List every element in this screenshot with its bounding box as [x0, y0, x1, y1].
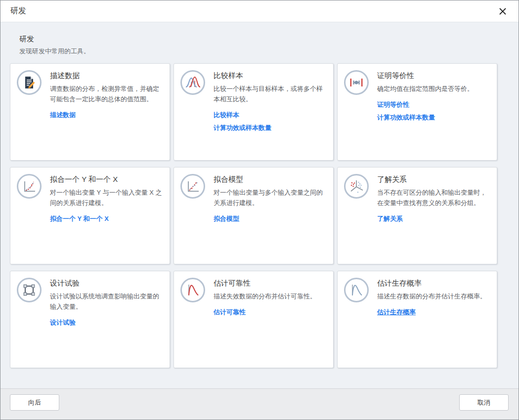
link-describe-data[interactable]: 描述数据 [50, 111, 76, 119]
card-description: 设计试验以系统地调查影响输出变量的输入变量。 [50, 291, 163, 312]
dialog-title: 研发 [10, 6, 26, 16]
assistant-dialog: 研发 研发 发现研发中常用的工具。 描述数据 [0, 0, 519, 420]
card-prove-equivalence: 证明等价性 确定均值在指定范围内是否等价。 证明等价性 计算功效或样本数量 [337, 63, 497, 161]
card-estimate-reliability: 估计可靠性 描述失效数据的分布并估计可靠性。 估计可靠性 [173, 271, 334, 368]
card-title: 比较样本 [214, 71, 326, 81]
card-description: 对一个输出变量与多个输入变量之间的关系进行建模。 [214, 187, 326, 208]
equivalence-interval-icon [344, 70, 369, 95]
card-title: 了解关系 [377, 174, 490, 184]
card-title: 拟合模型 [214, 174, 326, 184]
link-power-sample-size[interactable]: 计算功效或样本数量 [377, 114, 435, 122]
card-title: 设计试验 [50, 278, 163, 288]
overlapping-distributions-icon [180, 70, 205, 95]
link-fit-model[interactable]: 拟合模型 [214, 215, 239, 223]
tool-card-grid: 描述数据 调查数据的分布，检测异常值，并确定可能包含一定比率的总体的值范围。 描… [10, 63, 497, 368]
card-fit-y-x: 拟合一个 Y 和一个 X 对一个输出变量 Y 与一个输入变量 X 之间的关系进行… [10, 167, 170, 264]
card-design-experiment: 设计试验 设计试验以系统地调查影响输出变量的输入变量。 设计试验 [10, 271, 170, 368]
card-compare-samples: 比较样本 比较一个样本与目标样本，或将多个样本相互比较。 比较样本 计算功效或样… [173, 63, 334, 161]
3d-scatter-icon [344, 174, 369, 199]
card-description: 对一个输出变量 Y 与一个输入变量 X 之间的关系进行建模。 [50, 187, 163, 208]
close-icon[interactable] [496, 4, 510, 18]
card-title: 估计可靠性 [214, 278, 326, 288]
fitted-curve-scatter-icon [17, 174, 42, 199]
card-describe-data: 描述数据 调查数据的分布，检测异常值，并确定可能包含一定比率的总体的值范围。 描… [10, 63, 170, 161]
reliability-distribution-icon [180, 278, 205, 302]
link-power-sample-size[interactable]: 计算功效或样本数量 [214, 124, 271, 132]
fitted-line-scatter-icon [180, 174, 205, 199]
card-description: 描述生存数据的分布并估计生存概率。 [377, 291, 490, 301]
card-understand-relationships: 了解关系 当不存在可区分的输入和输出变量时，在变量中查找有意义的关系和分组。 了… [337, 167, 497, 264]
link-prove-equivalence[interactable]: 证明等价性 [377, 101, 409, 109]
card-estimate-survival: 估计生存概率 描述生存数据的分布并估计生存概率。 估计生存概率 [337, 271, 497, 368]
survival-distribution-icon [344, 278, 369, 302]
card-description: 确定均值在指定范围内是否等价。 [377, 84, 490, 94]
link-design-experiment[interactable]: 设计试验 [50, 319, 76, 327]
back-button[interactable]: 向后 [10, 394, 59, 411]
link-estimate-reliability[interactable]: 估计可靠性 [214, 308, 246, 316]
card-title: 拟合一个 Y 和一个 X [50, 174, 163, 184]
section-subtitle: 发现研发中常用的工具。 [19, 47, 90, 56]
dialog-body: 研发 发现研发中常用的工具。 描述数据 调查数据的分布，检测异常值，并确定可能包… [0, 22, 519, 388]
card-description: 比较一个样本与目标样本，或将多个样本相互比较。 [214, 84, 326, 104]
card-description: 当不存在可区分的输入和输出变量时，在变量中查找有意义的关系和分组。 [377, 187, 490, 208]
section-title: 研发 [19, 35, 34, 44]
link-estimate-survival[interactable]: 估计生存概率 [377, 308, 416, 316]
doe-square-icon [17, 278, 42, 302]
document-pencil-icon [17, 70, 42, 95]
cancel-button[interactable]: 取消 [459, 394, 509, 411]
dialog-footer: 向后 取消 [0, 388, 519, 420]
link-understand-relationships[interactable]: 了解关系 [377, 215, 403, 223]
link-compare-samples[interactable]: 比较样本 [214, 111, 239, 119]
card-description: 调查数据的分布，检测异常值，并确定可能包含一定比率的总体的值范围。 [50, 84, 163, 104]
card-title: 估计生存概率 [377, 278, 490, 288]
card-description: 描述失效数据的分布并估计可靠性。 [214, 291, 326, 301]
link-fit-y-x[interactable]: 拟合一个 Y 和一个 X [50, 215, 109, 223]
dialog-titlebar: 研发 [0, 0, 519, 22]
card-fit-model: 拟合模型 对一个输出变量与多个输入变量之间的关系进行建模。 拟合模型 [173, 167, 334, 264]
card-title: 证明等价性 [377, 71, 490, 81]
card-title: 描述数据 [50, 71, 163, 81]
